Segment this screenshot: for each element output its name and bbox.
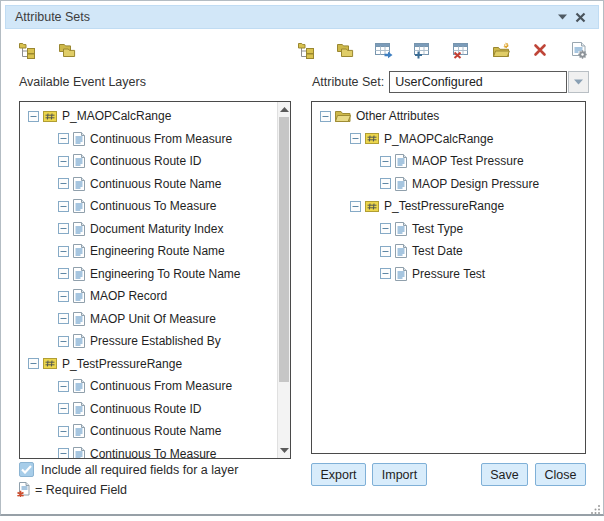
tree-node[interactable]: MAOP Test Pressure [312,150,585,173]
tree-node-label: P_MAOPCalcRange [62,109,171,123]
layer-tree-button[interactable] [296,40,316,60]
collapse-box-icon[interactable] [58,156,69,167]
import-button[interactable]: Import [372,463,427,486]
tree-node[interactable]: Document Maturity Index [20,218,277,241]
collapse-box-icon[interactable] [58,448,69,458]
tree-node[interactable]: Continuous From Measure [20,128,277,151]
tree-node[interactable]: Other Attributes [312,105,585,128]
collapse-box-icon[interactable] [58,336,69,347]
combobox-dropdown-button[interactable] [568,71,589,93]
field-document-icon [73,199,85,213]
collapse-box-icon[interactable] [28,358,39,369]
scroll-up-button[interactable] [278,102,290,117]
tree-node[interactable]: Continuous Route Name [20,420,277,443]
collapse-box-icon[interactable] [58,133,69,144]
tree-node-label: Engineering To Route Name [90,267,241,281]
collapse-box-icon[interactable] [58,223,69,234]
folder-settings-button[interactable] [491,40,511,60]
collapse-box-icon[interactable] [58,291,69,302]
table-export-button[interactable] [374,40,394,60]
collapse-box-icon[interactable] [28,111,39,122]
tree-node[interactable]: Continuous Route Name [20,173,277,196]
tree-node[interactable]: P_MAOPCalcRange [20,105,277,128]
tree-node-label: Pressure Test [412,267,485,281]
field-document-icon [395,154,407,168]
collapse-box-icon[interactable] [350,133,361,144]
collapse-box-icon[interactable] [58,313,69,324]
available-event-layers-label: Available Event Layers [19,75,146,89]
tree-node[interactable]: MAOP Design Pressure [312,173,585,196]
collapse-box-icon[interactable] [58,268,69,279]
tree-node-label: MAOP Unit Of Measure [90,312,216,326]
attribute-set-panel: Other AttributesP_MAOPCalcRangeMAOP Test… [311,101,586,454]
table-delete-button[interactable] [452,40,472,60]
layer-tree-button[interactable] [17,40,37,60]
field-document-icon [73,177,85,191]
tree-node[interactable]: Continuous To Measure [20,443,277,459]
attribute-set-value: UserConfigured [395,75,483,89]
collapse-box-icon[interactable] [58,426,69,437]
collapse-box-icon[interactable] [380,178,391,189]
folders-button[interactable] [57,40,77,60]
collapse-box-icon[interactable] [380,268,391,279]
tree-node[interactable]: P_TestPressureRange [20,353,277,376]
collapse-box-icon[interactable] [320,111,331,122]
tree-node[interactable]: Engineering To Route Name [20,263,277,286]
delete-x-button[interactable] [530,40,550,60]
collapse-box-icon[interactable] [58,201,69,212]
tree-node[interactable]: Pressure Established By [20,330,277,353]
export-button[interactable]: Export [311,463,366,486]
tree-node[interactable]: Test Date [312,240,585,263]
resize-grip[interactable] [590,501,601,519]
tree-node[interactable]: Continuous To Measure [20,195,277,218]
collapse-panel-button[interactable] [553,8,571,26]
tree-node[interactable]: MAOP Unit Of Measure [20,308,277,331]
tree-node[interactable]: Continuous Route ID [20,150,277,173]
close-dialog-button[interactable]: Close [535,463,586,486]
tree-node[interactable]: Test Type [312,218,585,241]
collapse-box-icon[interactable] [380,246,391,257]
field-document-icon [395,267,407,281]
dialog-title: Attribute Sets [15,10,553,24]
document-settings-button[interactable] [569,40,589,60]
include-required-fields-checkbox[interactable] [19,462,34,477]
required-field-icon [17,482,30,497]
tree-node-label: Continuous To Measure [90,447,217,458]
scrollbar-thumb[interactable] [279,117,289,382]
tree-node-label: P_TestPressureRange [62,357,182,371]
title-bar[interactable]: Attribute Sets [5,5,599,29]
tree-node[interactable]: Engineering Route Name [20,240,277,263]
tree-node-label: Document Maturity Index [90,222,223,236]
collapse-box-icon[interactable] [350,201,361,212]
event-layer-icon [43,110,57,123]
tree-node-label: MAOP Design Pressure [412,177,539,191]
table-add-button[interactable] [413,40,433,60]
collapse-box-icon[interactable] [380,156,391,167]
include-required-fields-row: Include all required fields for a layer [19,462,238,477]
tree-node[interactable]: MAOP Record [20,285,277,308]
folders-icon [58,43,76,58]
collapse-box-icon[interactable] [58,403,69,414]
collapse-box-icon[interactable] [58,381,69,392]
collapse-box-icon[interactable] [380,223,391,234]
tree-node[interactable]: Continuous Route ID [20,398,277,421]
chevron-down-icon [574,79,583,85]
collapse-box-icon[interactable] [58,246,69,257]
arrow-down-icon [280,448,289,453]
tree-node-label: Continuous From Measure [90,379,232,393]
save-button[interactable]: Save [481,463,528,486]
attribute-set-combobox[interactable]: UserConfigured [389,71,567,93]
folders-button[interactable] [335,40,355,60]
close-button[interactable] [571,8,589,26]
collapse-box-icon[interactable] [58,178,69,189]
vertical-scrollbar[interactable] [277,102,290,458]
tree-node-label: Continuous To Measure [90,199,217,213]
field-document-icon [73,244,85,258]
tree-node[interactable]: P_TestPressureRange [312,195,585,218]
checkmark-icon [21,465,32,474]
tree-node[interactable]: P_MAOPCalcRange [312,128,585,151]
scroll-down-button[interactable] [278,443,290,458]
tree-node[interactable]: Continuous From Measure [20,375,277,398]
tree-node[interactable]: Pressure Test [312,263,585,286]
field-document-icon [73,312,85,326]
